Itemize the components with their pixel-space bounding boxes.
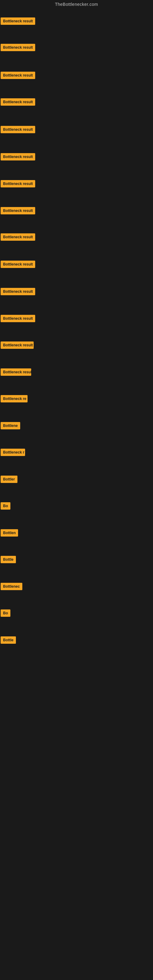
bottleneck-badge-23: Bo — [1, 609, 10, 617]
bottleneck-badge-14: Bottleneck result — [1, 368, 31, 376]
bottleneck-badge-20: Bottlen — [1, 529, 18, 536]
bottleneck-badge-15: Bottleneck re — [1, 395, 27, 402]
bottleneck-badge-17: Bottleneck r — [1, 449, 25, 456]
site-title: TheBottlenecker.com — [0, 0, 153, 9]
bottleneck-badge-6: Bottleneck result — [1, 153, 35, 161]
bottleneck-badge-21: Bottle — [1, 556, 16, 563]
bottleneck-badge-3: Bottleneck result — [1, 72, 35, 79]
bottleneck-badge-7: Bottleneck result — [1, 180, 35, 188]
bottleneck-badge-13: Bottleneck result — [1, 342, 33, 349]
bottleneck-badge-8: Bottleneck result — [1, 207, 35, 215]
bottleneck-badge-18: Bottler — [1, 476, 18, 483]
bottleneck-badge-22: Bottlenec — [1, 583, 22, 590]
bottleneck-badge-16: Bottlene — [1, 422, 20, 430]
bottleneck-badge-9: Bottleneck result — [1, 233, 35, 241]
bottleneck-badge-24: Bottle — [1, 636, 16, 644]
bottleneck-badge-1: Bottleneck result — [1, 18, 35, 25]
bottleneck-badge-4: Bottleneck result — [1, 98, 35, 106]
bottleneck-badge-19: Bo — [1, 502, 10, 510]
bottleneck-badge-10: Bottleneck result — [1, 261, 35, 268]
bottleneck-badge-2: Bottleneck result — [1, 44, 35, 51]
bottleneck-badge-5: Bottleneck result — [1, 126, 35, 133]
bottleneck-badge-11: Bottleneck result — [1, 288, 35, 295]
bottleneck-badge-12: Bottleneck result — [1, 315, 35, 322]
